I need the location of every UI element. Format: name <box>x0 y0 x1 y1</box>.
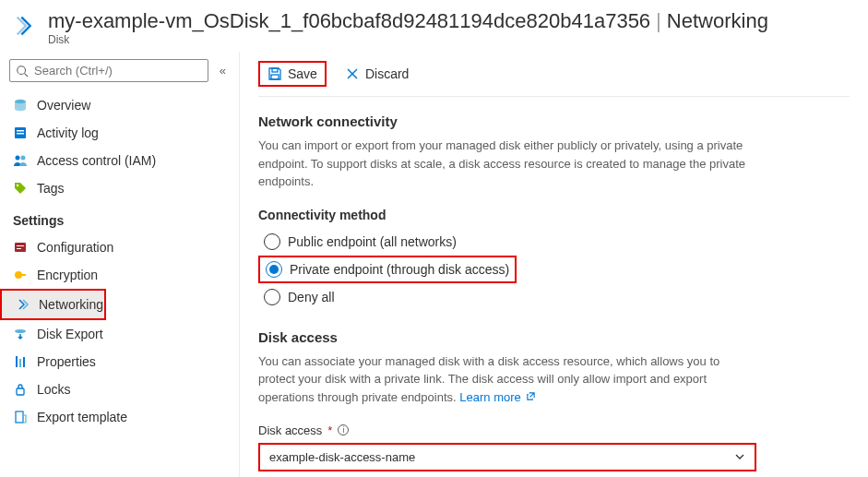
nav-label: Export template <box>37 410 127 424</box>
nav-label: Networking <box>39 297 103 312</box>
learn-more-link[interactable]: Learn more <box>459 390 536 404</box>
svg-point-14 <box>15 329 26 333</box>
page-title: my-example-vm_OsDisk_1_f06bcbaf8d9248119… <box>48 9 768 33</box>
svg-rect-17 <box>23 357 25 367</box>
sidebar-item-networking[interactable]: Networking <box>0 289 106 320</box>
discard-button[interactable]: Discard <box>338 63 416 85</box>
export-template-icon <box>13 410 28 424</box>
svg-point-7 <box>21 156 26 161</box>
networking-icon <box>15 297 30 312</box>
svg-rect-20 <box>272 68 278 72</box>
page-header: my-example-vm_OsDisk_1_f06bcbaf8d9248119… <box>0 0 868 52</box>
external-link-icon <box>526 388 536 407</box>
resource-name: my-example-vm_OsDisk_1_f06bcbaf8d9248119… <box>48 9 650 33</box>
sidebar-item-disk-export[interactable]: Disk Export <box>0 320 239 348</box>
sidebar-item-iam[interactable]: Access control (IAM) <box>0 147 239 174</box>
radio-icon <box>264 289 280 305</box>
sidebar-item-encryption[interactable]: Encryption <box>0 261 239 289</box>
select-value: example-disk-access-name <box>269 450 415 464</box>
radio-label: Deny all <box>288 290 335 304</box>
svg-point-0 <box>18 66 26 74</box>
radio-private-endpoint[interactable]: Private endpoint (through disk access) <box>258 256 517 283</box>
sidebar: « Overview Activity log Access control (… <box>0 52 240 477</box>
sidebar-item-tags[interactable]: Tags <box>0 174 239 202</box>
svg-point-8 <box>17 185 18 186</box>
overview-icon <box>13 98 28 113</box>
search-input[interactable] <box>9 59 208 82</box>
search-field[interactable] <box>34 64 202 78</box>
disk-export-icon <box>13 327 28 341</box>
svg-rect-21 <box>271 75 279 79</box>
radio-public-endpoint[interactable]: Public endpoint (all networks) <box>258 230 462 254</box>
configuration-icon <box>13 240 28 255</box>
radio-label: Public endpoint (all networks) <box>288 234 457 249</box>
tags-icon <box>13 181 28 196</box>
nav-label: Tags <box>37 181 65 196</box>
collapse-sidebar-button[interactable]: « <box>216 62 230 79</box>
disk-access-desc: You can associate your managed disk with… <box>258 352 756 407</box>
sidebar-item-overview[interactable]: Overview <box>0 91 239 119</box>
radio-icon <box>264 233 280 250</box>
radio-label: Private endpoint (through disk access) <box>290 262 509 277</box>
nav-label: Locks <box>37 382 71 397</box>
search-icon <box>16 65 29 78</box>
save-button[interactable]: Save <box>258 61 327 87</box>
svg-rect-19 <box>16 411 23 423</box>
connectivity-method-group: Public endpoint (all networks) Private e… <box>258 230 850 309</box>
toolbar: Save Discard <box>258 52 850 97</box>
chevron-down-icon <box>734 451 745 462</box>
main-content: Save Discard Network connectivity You ca… <box>240 52 868 477</box>
sidebar-item-activity-log[interactable]: Activity log <box>0 119 239 147</box>
sidebar-item-export-template[interactable]: Export template <box>0 403 239 431</box>
connectivity-method-label: Connectivity method <box>258 208 850 222</box>
radio-icon <box>266 261 282 278</box>
required-indicator: * <box>327 423 332 437</box>
svg-rect-16 <box>19 359 21 367</box>
sidebar-section-settings: Settings <box>0 202 239 233</box>
info-icon[interactable]: i <box>338 424 349 435</box>
svg-rect-13 <box>21 274 26 276</box>
lock-icon <box>13 382 28 397</box>
disk-access-field-label: Disk access * i <box>258 423 850 437</box>
nav-label: Overview <box>37 98 90 113</box>
svg-point-12 <box>15 271 22 279</box>
sidebar-item-locks[interactable]: Locks <box>0 376 239 403</box>
sidebar-item-configuration[interactable]: Configuration <box>0 233 239 261</box>
encryption-icon <box>13 268 28 282</box>
discard-label: Discard <box>365 66 409 81</box>
svg-point-6 <box>16 156 20 161</box>
nav-label: Configuration <box>37 240 113 255</box>
radio-deny-all[interactable]: Deny all <box>258 285 340 309</box>
nav-label: Properties <box>37 354 96 369</box>
svg-rect-15 <box>16 356 18 367</box>
disk-access-select[interactable]: example-disk-access-name <box>258 443 756 471</box>
resource-type: Disk <box>48 33 768 46</box>
network-connectivity-heading: Network connectivity <box>258 113 850 129</box>
disk-icon <box>13 13 39 39</box>
svg-rect-18 <box>17 388 24 395</box>
sidebar-item-properties[interactable]: Properties <box>0 348 239 376</box>
nav-label: Activity log <box>37 125 99 140</box>
svg-rect-4 <box>17 130 24 132</box>
svg-rect-5 <box>17 133 24 135</box>
svg-rect-11 <box>17 248 21 249</box>
save-icon <box>268 66 282 81</box>
svg-rect-10 <box>17 245 24 246</box>
activity-log-icon <box>13 125 28 140</box>
save-label: Save <box>288 66 317 81</box>
disk-access-heading: Disk access <box>258 329 850 345</box>
nav-label: Access control (IAM) <box>37 153 156 168</box>
blade-section: Networking <box>667 9 768 33</box>
nav-label: Encryption <box>37 268 98 282</box>
properties-icon <box>13 354 28 369</box>
nav-label: Disk Export <box>37 327 103 341</box>
network-connectivity-desc: You can import or export from your manag… <box>258 137 756 191</box>
title-separator: | <box>656 9 661 33</box>
svg-rect-9 <box>15 243 26 252</box>
svg-line-1 <box>25 73 29 77</box>
iam-icon <box>13 153 28 168</box>
discard-icon <box>345 66 360 81</box>
